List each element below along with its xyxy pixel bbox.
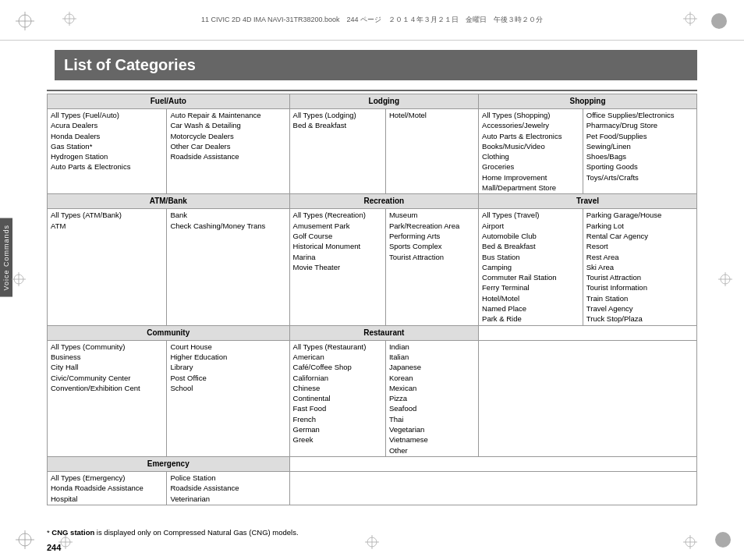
travel-item-7: Commuter Rail Station xyxy=(482,272,579,282)
emergency-col1: All Types (Emergency) Honda Roadside Ass… xyxy=(48,471,167,505)
rest-item-5: Chinese xyxy=(293,383,382,393)
fuel-item-11: Roadside Assistance xyxy=(170,151,285,161)
travel-item-2: Airport xyxy=(482,221,579,231)
empty-cell xyxy=(479,325,697,340)
emerg-item-1: All Types (Emergency) xyxy=(51,473,163,483)
rec-item-4: Historical Monument xyxy=(293,241,382,251)
community-item-3: City Hall xyxy=(51,362,163,372)
fuel-item-8: Car Wash & Detailing xyxy=(170,120,285,130)
emerg-item-4: Police Station xyxy=(170,473,285,483)
community-item-2: Business xyxy=(51,352,163,362)
bottom-left-crosshair xyxy=(16,530,34,551)
rec-item-2: Amusement Park xyxy=(293,221,382,231)
rest-item-17: Seafood xyxy=(389,403,475,413)
shopping-item-6: Groceries xyxy=(482,161,579,172)
emerg-item-2: Honda Roadside Assistance xyxy=(51,483,163,493)
community-item-4: Civic/Community Center xyxy=(51,373,163,383)
community-col2: Court House Higher Education Library Pos… xyxy=(167,340,289,456)
community-item-10: School xyxy=(170,383,285,393)
travel-item-16: Rest Area xyxy=(586,252,693,262)
shopping-item-2: Accessories/Jewelry xyxy=(482,120,579,130)
categories-table: Fuel/Auto Lodging Shopping All Types (Fu… xyxy=(47,94,697,505)
atm-bank-header: ATM/Bank xyxy=(48,194,290,209)
rec-item-8: Park/Recreation Area xyxy=(389,221,475,231)
fuel-col1: All Types (Fuel/Auto) Acura Dealers Hond… xyxy=(48,109,167,194)
community-item-6: Court House xyxy=(170,342,285,352)
rest-item-6: Continental xyxy=(293,393,382,403)
rec-item-10: Sports Complex xyxy=(389,241,475,251)
header-text: 11 CIVIC 2D 4D IMA NAVI-31TR38200.book 2… xyxy=(31,15,713,25)
fuel-item-7: Auto Repair & Maintenance xyxy=(170,110,285,120)
empty-header xyxy=(289,456,696,471)
rest-item-13: Japanese xyxy=(389,362,475,372)
rec-item-6: Movie Theater xyxy=(293,262,382,272)
travel-col2: Parking Garage/House Parking Lot Rental … xyxy=(583,209,696,325)
travel-col1: All Types (Travel) Airport Automobile Cl… xyxy=(479,209,583,325)
fuel-auto-header: Fuel/Auto xyxy=(48,94,290,109)
shopping-item-10: Pharmacy/Drug Store xyxy=(586,120,693,130)
fuel-col2: Auto Repair & Maintenance Car Wash & Det… xyxy=(167,109,289,194)
rest-item-7: Fast Food xyxy=(293,403,382,413)
fuel-item-1: All Types (Fuel/Auto) xyxy=(51,110,163,120)
shopping-item-8: Mall/Department Store xyxy=(482,183,579,193)
rec-item-1: All Types (Recreation) xyxy=(293,210,382,220)
rest-item-18: Thai xyxy=(389,414,475,424)
bottom-left-crosshair2 xyxy=(58,535,73,551)
travel-item-17: Ski Area xyxy=(586,262,693,272)
recreation-header: Recreation xyxy=(289,194,479,209)
fuel-item-10: Other Car Dealers xyxy=(170,141,285,151)
rest-item-10: Greek xyxy=(293,434,382,445)
shopping-header: Shopping xyxy=(479,94,697,109)
emergency-col2: Police Station Roadside Assistance Veter… xyxy=(167,471,289,505)
travel-item-9: Hotel/Motel xyxy=(482,293,579,303)
rest-item-15: Mexican xyxy=(389,383,475,393)
rest-item-16: Pizza xyxy=(389,393,475,403)
emergency-header: Emergency xyxy=(48,456,290,471)
footnote-text: is displayed only on Compressed Natural … xyxy=(94,528,298,537)
community-item-1: All Types (Community) xyxy=(51,342,163,352)
shopping-item-5: Clothing xyxy=(482,151,579,161)
restaurant-col2: Indian Italian Japanese Korean Mexican P… xyxy=(385,340,478,456)
rest-item-12: Italian xyxy=(389,352,475,362)
rest-item-20: Vietnamese xyxy=(389,434,475,445)
rec-item-11: Tourist Attraction xyxy=(389,252,475,262)
travel-item-13: Parking Lot xyxy=(586,221,693,231)
side-tab: Voice Commands xyxy=(0,218,12,297)
fuel-item-3: Honda Dealers xyxy=(51,131,163,141)
restaurant-col1: All Types (Restaurant) American Café/Cof… xyxy=(289,340,385,456)
svg-point-22 xyxy=(715,532,731,548)
community-col1: All Types (Community) Business City Hall… xyxy=(48,340,167,456)
title-section: List of Categories xyxy=(47,41,697,91)
rest-item-4: Californian xyxy=(293,373,382,383)
travel-item-18: Tourist Attraction xyxy=(586,272,693,282)
rec-item-5: Marina xyxy=(293,252,382,262)
lodging-col1: All Types (Lodging) Bed & Breakfast xyxy=(289,109,385,194)
shopping-item-9: Office Supplies/Electronics xyxy=(586,110,693,120)
atm-item-3: Bank xyxy=(170,210,285,220)
travel-item-19: Tourist Information xyxy=(586,282,693,292)
travel-item-3: Automobile Club xyxy=(482,231,579,241)
fuel-item-2: Acura Dealers xyxy=(51,120,163,130)
main-content: Fuel/Auto Lodging Shopping All Types (Fu… xyxy=(47,94,697,513)
rest-item-9: German xyxy=(293,424,382,434)
recreation-col1: All Types (Recreation) Amusement Park Go… xyxy=(289,209,385,325)
emerg-item-5: Roadside Assistance xyxy=(170,483,285,493)
shopping-item-4: Books/Music/Video xyxy=(482,141,579,151)
travel-item-12: Parking Garage/House xyxy=(586,210,693,220)
travel-item-5: Bus Station xyxy=(482,252,579,262)
fuel-item-5: Hydrogen Station xyxy=(51,151,163,161)
atm-col2: Bank Check Cashing/Money Trans xyxy=(167,209,289,325)
empty-bottom xyxy=(289,471,696,505)
bottom-right-circle xyxy=(714,530,732,551)
travel-item-8: Ferry Terminal xyxy=(482,282,579,292)
rest-item-2: American xyxy=(293,352,382,362)
community-item-7: Higher Education xyxy=(170,352,285,362)
travel-item-14: Rental Car Agency xyxy=(586,231,693,241)
atm-item-2: ATM xyxy=(51,221,163,231)
footnote: * CNG station is displayed only on Compr… xyxy=(47,528,299,537)
atm-col1: All Types (ATM/Bank) ATM xyxy=(48,209,167,325)
shopping-item-11: Pet Food/Supplies xyxy=(586,131,693,141)
travel-item-4: Bed & Breakfast xyxy=(482,241,579,251)
rest-item-14: Korean xyxy=(389,373,475,383)
rec-item-7: Museum xyxy=(389,210,475,220)
